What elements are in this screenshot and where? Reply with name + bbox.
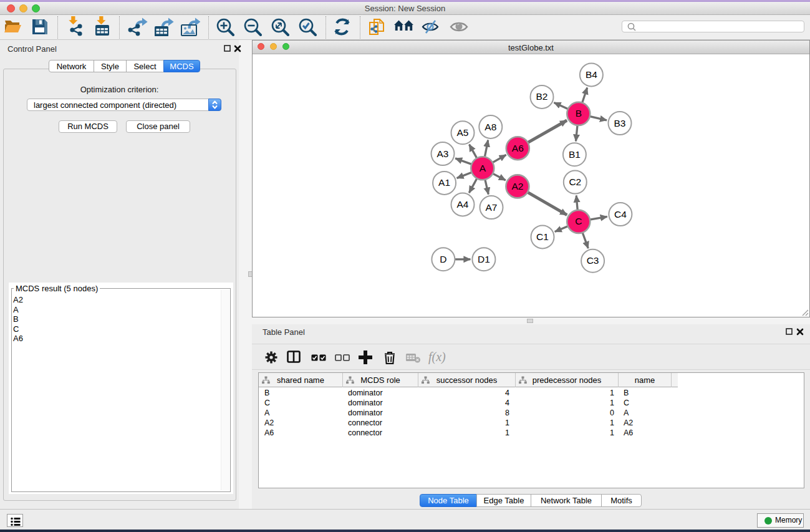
svg-text:A2: A2 — [511, 181, 523, 191]
svg-text:B2: B2 — [536, 91, 548, 102]
svg-text:A1: A1 — [438, 177, 450, 188]
svg-text:C3: C3 — [587, 255, 599, 266]
svg-text:A6: A6 — [512, 143, 524, 153]
svg-text:A: A — [480, 163, 486, 173]
svg-text:C1: C1 — [536, 231, 549, 242]
svg-text:A5: A5 — [457, 127, 469, 138]
svg-text:D1: D1 — [478, 254, 490, 264]
svg-text:B1: B1 — [569, 149, 581, 160]
svg-text:C4: C4 — [614, 209, 627, 220]
svg-text:B3: B3 — [614, 118, 626, 128]
svg-text:A4: A4 — [457, 199, 469, 210]
svg-text:C: C — [575, 216, 582, 226]
svg-text:A8: A8 — [485, 122, 496, 132]
svg-text:A7: A7 — [486, 202, 498, 213]
svg-text:B4: B4 — [586, 69, 597, 80]
svg-text:B: B — [576, 108, 582, 118]
svg-text:A3: A3 — [437, 148, 449, 159]
svg-text:D: D — [440, 254, 446, 264]
svg-text:C2: C2 — [569, 177, 581, 187]
